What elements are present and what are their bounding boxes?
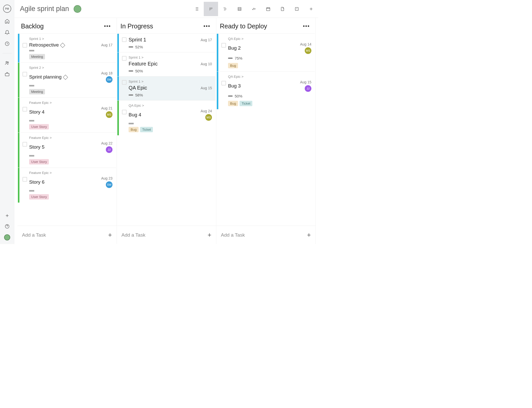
task-card[interactable]: Sprint 2 >Sprint planningAug 18SWMeeting — [18, 62, 116, 97]
task-checkbox[interactable] — [221, 81, 226, 85]
assignee-avatar[interactable]: JJ — [305, 85, 311, 92]
task-checkbox[interactable] — [22, 72, 27, 76]
task-title: Story 6 — [29, 179, 44, 185]
task-checkbox[interactable] — [22, 107, 27, 112]
task-title: Story 5 — [29, 144, 44, 150]
task-card[interactable]: QA Epic >Bug 2Aug 14MS75%Bug — [217, 34, 315, 71]
breadcrumb: QA Epic > — [228, 75, 311, 79]
add-task-button[interactable]: Add a Task+ — [117, 226, 216, 244]
divider — [3, 53, 12, 53]
logo[interactable]: PM — [3, 5, 11, 13]
page-title: Agile sprint plan — [20, 5, 69, 13]
task-card[interactable]: Sprint 1 >RetrospectiveAug 17Meeting — [18, 34, 116, 62]
sidebar: PM — [0, 0, 14, 244]
progress-bar — [228, 58, 233, 59]
task-card[interactable]: Feature Epic >Story 5Aug 22JJUser Story — [18, 133, 116, 168]
tag[interactable]: Bug — [228, 101, 238, 106]
dashboard-view-icon[interactable] — [247, 2, 261, 16]
topbar: Agile sprint plan — [14, 0, 318, 18]
files-view-icon[interactable] — [275, 2, 290, 16]
due-date: Aug 10 — [201, 62, 212, 66]
column: Backlog•••Sprint 1 >RetrospectiveAug 17M… — [17, 18, 117, 244]
add-task-label: Add a Task — [22, 232, 46, 238]
tag[interactable]: Ticket — [140, 127, 153, 132]
add-task-label: Add a Task — [221, 232, 245, 238]
board: Backlog•••Sprint 1 >RetrospectiveAug 17M… — [14, 18, 318, 244]
priority-bar — [29, 50, 34, 51]
clock-icon[interactable] — [4, 41, 10, 47]
tag[interactable]: Bug — [228, 63, 238, 68]
task-checkbox[interactable] — [122, 56, 127, 61]
briefcase-icon[interactable] — [4, 71, 10, 77]
column: In Progress•••Sprint 1Aug 1752%Sprint 1 … — [117, 18, 216, 244]
assignee-avatar[interactable]: JJ — [106, 146, 112, 153]
milestone-icon — [63, 75, 68, 80]
column-title: Ready to Deploy — [220, 23, 267, 30]
tag[interactable]: Bug — [129, 127, 139, 132]
project-avatar[interactable] — [74, 5, 81, 13]
due-date: Aug 22 — [101, 141, 112, 145]
due-date: Aug 17 — [101, 43, 112, 47]
task-title: QA Epic — [129, 85, 147, 91]
column-menu[interactable]: ••• — [104, 23, 111, 29]
task-checkbox[interactable] — [22, 177, 27, 182]
task-card[interactable]: QA Epic >Bug 3Aug 15JJ50%BugTicket — [217, 71, 315, 109]
tag[interactable]: Meeting — [29, 89, 45, 94]
task-card[interactable]: Sprint 1Aug 1752% — [117, 34, 216, 52]
help-icon[interactable] — [4, 224, 10, 229]
tag[interactable]: Ticket — [240, 101, 252, 106]
breadcrumb: Feature Epic > — [29, 101, 112, 105]
task-title: Story 4 — [29, 109, 44, 115]
sheet-view-icon[interactable] — [232, 2, 247, 16]
assignee-avatar[interactable]: MS — [305, 47, 311, 54]
assignee-avatar[interactable]: SW — [106, 76, 112, 83]
task-card[interactable]: Sprint 1 >QA EpicAug 1558% — [117, 76, 216, 100]
user-avatar[interactable] — [4, 234, 10, 240]
due-date: Aug 21 — [101, 106, 112, 110]
milestone-icon — [60, 43, 65, 48]
column-title: Backlog — [21, 23, 44, 30]
tag[interactable]: User Story — [29, 194, 49, 200]
add-view-icon[interactable] — [304, 2, 318, 16]
svg-rect-6 — [266, 8, 270, 11]
task-checkbox[interactable] — [22, 43, 27, 48]
board-view-icon[interactable] — [204, 2, 218, 16]
add-task-button[interactable]: Add a Task+ — [17, 226, 117, 244]
task-card[interactable]: Feature Epic >Story 6Aug 23SWUser Story — [18, 168, 116, 203]
task-title: Sprint planning — [29, 74, 62, 80]
list-view-icon[interactable] — [189, 2, 204, 16]
assignee-avatar[interactable]: MS — [106, 111, 112, 118]
home-icon[interactable] — [4, 18, 10, 24]
tag[interactable]: User Story — [29, 124, 49, 129]
task-card[interactable]: QA Epic >Bug 4Aug 24MSBugTicket — [117, 100, 216, 135]
task-checkbox[interactable] — [122, 80, 127, 85]
column-menu[interactable]: ••• — [303, 23, 310, 29]
column-menu[interactable]: ••• — [203, 23, 210, 29]
due-date: Aug 23 — [101, 176, 112, 180]
progress-bar — [129, 46, 133, 48]
task-card[interactable]: Feature Epic >Story 4Aug 21MSUser Story — [18, 97, 116, 133]
task-card[interactable]: Sprint 1 >Feature EpicAug 1050% — [117, 52, 216, 76]
tag[interactable]: User Story — [29, 159, 49, 164]
plus-icon: + — [307, 231, 311, 239]
due-date: Aug 17 — [201, 38, 212, 42]
assignee-avatar[interactable]: SW — [106, 181, 112, 188]
add-task-button[interactable]: Add a Task+ — [216, 226, 315, 244]
due-date: Aug 18 — [101, 71, 112, 75]
priority-bar — [29, 85, 34, 86]
task-checkbox[interactable] — [122, 110, 127, 114]
team-icon[interactable] — [4, 60, 10, 66]
task-title: Retrospective — [29, 42, 59, 48]
risks-view-icon[interactable] — [290, 2, 304, 16]
bell-icon[interactable] — [4, 30, 10, 35]
task-checkbox[interactable] — [122, 37, 127, 42]
task-checkbox[interactable] — [221, 43, 226, 48]
add-menu-icon[interactable] — [4, 213, 10, 218]
task-title: Bug 4 — [129, 112, 141, 118]
tag[interactable]: Meeting — [29, 54, 45, 59]
task-checkbox[interactable] — [22, 142, 27, 147]
calendar-view-icon[interactable] — [261, 2, 275, 16]
assignee-avatar[interactable]: MS — [205, 114, 212, 121]
plus-icon: + — [208, 231, 211, 239]
gantt-view-icon[interactable] — [218, 2, 232, 16]
